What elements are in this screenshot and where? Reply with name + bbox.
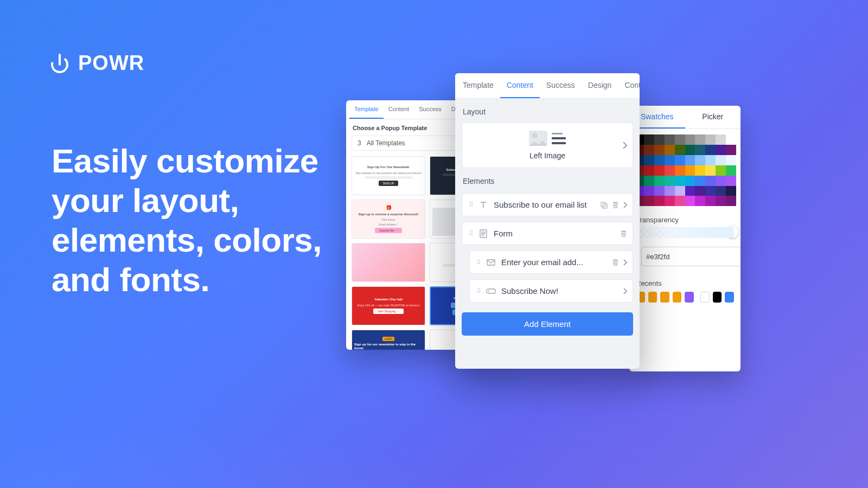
color-swatch[interactable]: [726, 186, 736, 196]
recent-color[interactable]: [725, 292, 734, 303]
color-swatch[interactable]: [644, 134, 654, 145]
color-swatch[interactable]: [654, 145, 665, 155]
color-swatch[interactable]: [665, 196, 675, 206]
drag-handle-icon[interactable]: ⠿: [475, 290, 481, 293]
template-thumb[interactable]: [352, 243, 425, 282]
slider-knob[interactable]: [726, 226, 738, 238]
color-swatch[interactable]: [685, 145, 695, 155]
tab-template[interactable]: Template: [349, 100, 384, 119]
color-swatch[interactable]: [695, 176, 705, 186]
element-row-email[interactable]: ⠿ Enter your email add...: [469, 251, 633, 274]
recent-color[interactable]: [713, 292, 722, 303]
layout-option-card[interactable]: Left Image: [462, 123, 633, 168]
tab-template[interactable]: Template: [456, 73, 500, 98]
trash-icon[interactable]: [612, 259, 619, 266]
color-swatch[interactable]: [644, 186, 654, 196]
color-swatch[interactable]: [675, 176, 685, 186]
color-swatch[interactable]: [695, 155, 705, 165]
color-swatch[interactable]: [695, 196, 705, 206]
color-swatch[interactable]: [685, 176, 695, 186]
tab-content[interactable]: Content: [500, 73, 540, 98]
tab-design[interactable]: Design: [582, 73, 618, 98]
color-swatch[interactable]: [675, 196, 685, 206]
color-swatch[interactable]: [695, 134, 705, 145]
color-swatch[interactable]: [644, 196, 654, 206]
color-swatch[interactable]: [685, 155, 695, 165]
color-swatch[interactable]: [726, 196, 736, 206]
duplicate-icon[interactable]: [600, 201, 608, 209]
color-swatch[interactable]: [644, 145, 654, 155]
template-thumb[interactable]: LOGOSign up for our newsletter to stay i…: [352, 330, 425, 350]
recent-color[interactable]: [673, 292, 682, 303]
color-swatch[interactable]: [675, 134, 685, 145]
drag-handle-icon[interactable]: ⠿: [468, 232, 473, 235]
color-swatch[interactable]: [665, 186, 675, 196]
color-swatch[interactable]: [695, 186, 705, 196]
transparency-slider[interactable]: [636, 227, 734, 238]
color-swatch[interactable]: [685, 134, 695, 145]
color-swatch[interactable]: [644, 155, 654, 165]
tab-content[interactable]: Content: [384, 100, 414, 119]
color-swatch[interactable]: [726, 155, 736, 165]
tab-success[interactable]: Success: [414, 100, 446, 119]
color-swatch[interactable]: [716, 186, 726, 196]
color-swatch[interactable]: [726, 145, 736, 155]
color-swatch[interactable]: [654, 165, 665, 176]
trash-icon[interactable]: [620, 230, 627, 237]
template-thumb[interactable]: 🎁Sign up to receive a surprise discount!…: [352, 200, 425, 239]
color-swatch[interactable]: [654, 134, 665, 145]
color-swatch[interactable]: [716, 176, 726, 186]
color-swatch[interactable]: [716, 145, 726, 155]
color-swatch[interactable]: [716, 134, 726, 145]
color-swatch[interactable]: [675, 165, 685, 176]
hex-input[interactable]: [641, 247, 741, 266]
color-swatch[interactable]: [705, 196, 716, 206]
color-swatch[interactable]: [675, 186, 685, 196]
color-swatch[interactable]: [726, 176, 736, 186]
template-thumb[interactable]: Valentine's Day SaleEnjoy 14% off — use …: [352, 286, 425, 325]
color-swatch[interactable]: [705, 176, 716, 186]
color-swatch[interactable]: [716, 155, 726, 165]
color-swatch[interactable]: [705, 186, 716, 196]
trash-icon[interactable]: [612, 201, 619, 209]
template-thumb[interactable]: Sign Up For Our NewsletterStay updated o…: [352, 156, 425, 195]
color-swatch[interactable]: [665, 134, 675, 145]
color-swatch[interactable]: [675, 155, 685, 165]
recent-color[interactable]: [660, 292, 669, 303]
drag-handle-icon[interactable]: ⠿: [468, 203, 473, 207]
color-swatch[interactable]: [665, 165, 675, 176]
color-swatch[interactable]: [705, 145, 716, 155]
color-swatch[interactable]: [716, 165, 726, 176]
recent-color[interactable]: [700, 292, 710, 303]
element-row-text[interactable]: ⠿ Subscribe to our email list: [462, 193, 633, 216]
color-swatch[interactable]: [675, 145, 685, 155]
color-swatch[interactable]: [665, 155, 675, 165]
color-swatch[interactable]: [705, 165, 716, 176]
recent-color[interactable]: [648, 292, 658, 303]
color-swatch[interactable]: [654, 176, 665, 186]
color-swatch[interactable]: [685, 186, 695, 196]
color-swatch[interactable]: [716, 196, 726, 206]
element-row-button[interactable]: ⠿ Subscribe Now!: [469, 279, 633, 303]
add-element-button[interactable]: Add Element: [462, 312, 633, 336]
color-swatch[interactable]: [665, 145, 675, 155]
tab-controls[interactable]: Controls: [618, 73, 640, 98]
color-swatch[interactable]: [654, 196, 665, 206]
color-swatch[interactable]: [726, 134, 736, 145]
color-swatch[interactable]: [654, 155, 665, 165]
drag-handle-icon[interactable]: ⠿: [475, 261, 481, 264]
color-swatch[interactable]: [644, 165, 654, 176]
color-swatch[interactable]: [665, 176, 675, 186]
color-swatch[interactable]: [705, 134, 716, 145]
tab-success[interactable]: Success: [540, 73, 582, 98]
color-swatch[interactable]: [685, 165, 695, 176]
element-row-form[interactable]: ⠿ Form: [462, 222, 633, 245]
color-swatch[interactable]: [685, 196, 695, 206]
recent-color[interactable]: [685, 292, 694, 303]
color-swatch[interactable]: [726, 165, 736, 176]
color-swatch[interactable]: [644, 176, 654, 186]
color-swatch[interactable]: [705, 155, 716, 165]
color-swatch[interactable]: [695, 145, 705, 155]
color-swatch[interactable]: [654, 186, 665, 196]
tab-picker[interactable]: Picker: [685, 106, 741, 129]
